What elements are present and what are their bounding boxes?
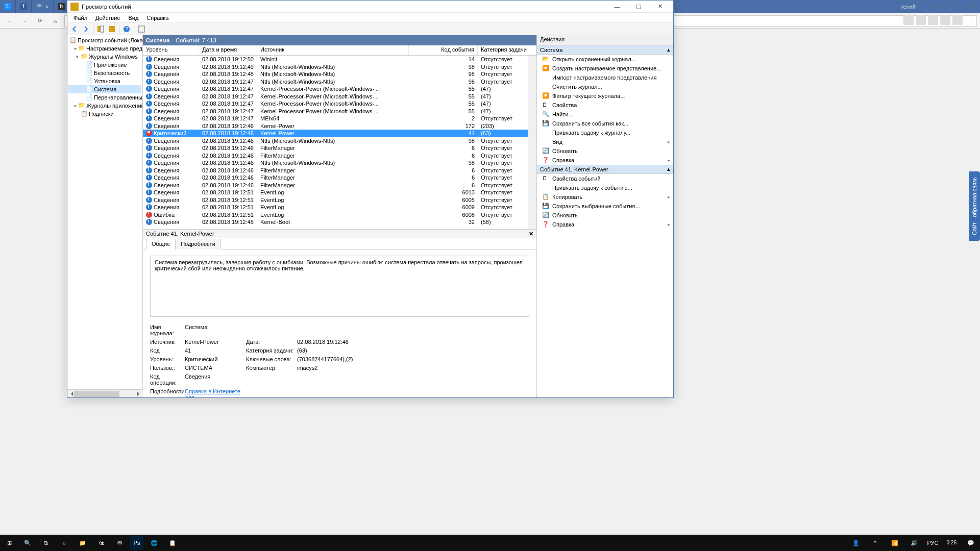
action-item[interactable]: 🗒Свойства — [537, 101, 673, 110]
action-item[interactable]: ❓Справка▸ — [537, 220, 673, 229]
close-button[interactable]: ✕ — [650, 1, 670, 12]
event-row[interactable]: Сведения02.08.2018 19:12:45Kernel-Boot32… — [143, 218, 536, 226]
tree-scrollbar-horizontal[interactable] — [67, 389, 143, 397]
start-button[interactable]: ⊞ — [0, 535, 18, 551]
taskbar-app-explorer[interactable]: 📁 — [74, 535, 92, 551]
taskbar-app-photoshop[interactable]: Ps — [130, 536, 143, 549]
menu-view[interactable]: Вид — [124, 15, 142, 21]
tree-log-application[interactable]: 📄Приложение — [68, 61, 141, 69]
tab-details[interactable]: Подробности — [175, 239, 221, 249]
column-event-id[interactable]: Код события — [409, 45, 478, 55]
action-item[interactable]: Вид▸ — [537, 137, 673, 146]
action-item[interactable]: 📋Копировать▸ — [537, 192, 673, 202]
action-item[interactable]: Привязать задачу к журналу... — [537, 128, 673, 137]
close-icon[interactable]: ✕ — [45, 4, 49, 10]
tree-custom-views[interactable]: ▸📁Настраиваемые предста — [68, 44, 141, 53]
maximize-button[interactable]: ▢ — [628, 1, 649, 12]
network-icon[interactable]: 📶 — [886, 535, 904, 551]
minimize-button[interactable]: — — [607, 1, 627, 12]
action-item[interactable]: 💾Сохранить все события как... — [537, 119, 673, 128]
export-list-button[interactable] — [107, 24, 117, 34]
tree-windows-logs[interactable]: ▾📁Журналы Windows — [68, 53, 141, 61]
volume-icon[interactable]: 🔊 — [905, 535, 923, 551]
people-icon[interactable]: 👤 — [847, 535, 865, 551]
extension-icon[interactable] — [940, 15, 950, 25]
browser-tab[interactable]: vk✕ — [32, 0, 54, 13]
event-row[interactable]: Сведения02.08.2018 19:12:46FilterManager… — [143, 167, 536, 174]
tray-up-icon[interactable]: ^ — [866, 535, 885, 551]
clock[interactable]: 0:26 — [943, 540, 961, 546]
event-row[interactable]: Сведения02.08.2018 19:12:51EventLog6013О… — [143, 189, 536, 196]
tree-log-system[interactable]: 📄Система — [68, 85, 141, 93]
event-row[interactable]: Сведения02.08.2018 19:12:47MEIx642Отсутс… — [143, 115, 536, 122]
tree-root[interactable]: 📋Просмотр событий (Локальн — [68, 36, 141, 44]
menu-action[interactable]: Действие — [91, 15, 124, 21]
event-row[interactable]: Сведения02.08.2018 19:12:46FilterManager… — [143, 174, 536, 182]
tree-app-logs[interactable]: ▸📁Журналы приложений и сл — [68, 102, 141, 110]
tree-log-setup[interactable]: 📄Установка — [68, 77, 141, 85]
event-row[interactable]: Сведения02.08.2018 19:12:46Ntfs (Microso… — [143, 159, 536, 167]
taskbar-app-edge[interactable]: e — [55, 535, 74, 551]
tree-log-forwarded[interactable]: 📄Перенаправленные соб — [68, 93, 141, 102]
task-view-button[interactable]: ⧉ — [37, 535, 55, 551]
browser-tab[interactable]: 1. — [0, 0, 16, 13]
action-item[interactable]: 📂Открыть сохраненный журнал... — [537, 55, 673, 64]
notifications-icon[interactable]: 💬 — [962, 535, 980, 551]
event-row[interactable]: Сведения02.08.2018 19:12:47Ntfs (Microso… — [143, 78, 536, 86]
taskbar-app-store[interactable]: 🛍 — [92, 535, 110, 551]
menu-help[interactable]: Справка — [142, 15, 173, 21]
action-item[interactable]: 🔍Найти... — [537, 110, 673, 119]
menu-file[interactable]: Файл — [69, 15, 91, 21]
action-item[interactable]: ❓Справка▸ — [537, 156, 673, 165]
action-item[interactable]: Импорт настраиваемого представления — [537, 73, 673, 82]
tree-log-security[interactable]: 📄Безопасность — [68, 69, 141, 77]
event-message[interactable]: Система перезагрузилась, завершив работу… — [150, 256, 529, 317]
extension-icon[interactable] — [916, 15, 926, 25]
window-titlebar[interactable]: Просмотр событий — ▢ ✕ — [67, 1, 673, 13]
detail-close-button[interactable]: ✕ — [529, 231, 533, 237]
maximize-button[interactable]: ▢ — [947, 0, 964, 13]
nav-forward-button[interactable] — [81, 24, 91, 34]
column-source[interactable]: Источник — [257, 45, 409, 55]
help-button[interactable]: ? — [121, 24, 132, 34]
event-row[interactable]: Сведения02.08.2018 19:12:46Kernel-Power1… — [143, 122, 536, 130]
nav-back-button[interactable] — [69, 24, 80, 34]
extension-icon[interactable] — [903, 15, 914, 25]
event-grid[interactable]: Сведения02.08.2018 19:12:50Wininit14Отсу… — [143, 56, 536, 229]
event-row[interactable]: Сведения02.08.2018 19:12:46FilterManager… — [143, 182, 536, 189]
action-item[interactable]: 🔽Создать настраиваемое представление... — [537, 64, 673, 73]
browser-tab[interactable]: f — [16, 0, 32, 13]
taskbar-app-chrome[interactable]: 🌐 — [145, 535, 163, 551]
action-item[interactable]: Очистить журнал... — [537, 82, 673, 91]
tree-subscriptions[interactable]: 📋Подписки — [68, 110, 141, 118]
actions-section-event[interactable]: Событие 41, Kernel-Power▴ — [537, 165, 673, 174]
grid-scrollbar-vertical[interactable] — [528, 56, 536, 229]
event-row[interactable]: Сведения02.08.2018 19:12:46FilterManager… — [143, 144, 536, 152]
language-indicator[interactable]: РУС — [924, 540, 942, 546]
tab-general[interactable]: Общие — [146, 239, 176, 249]
toolbar-button[interactable] — [136, 24, 146, 34]
back-button[interactable]: ← — [3, 15, 15, 27]
column-category[interactable]: Категория задачи — [478, 45, 536, 55]
column-date[interactable]: Дата и время — [199, 45, 257, 55]
help-link[interactable]: Справка в Интернете для — [185, 388, 246, 397]
action-item[interactable]: 🗒Свойства событий — [537, 174, 673, 183]
show-hide-tree-button[interactable] — [95, 24, 106, 34]
close-button[interactable]: ✕ — [964, 0, 980, 13]
event-row[interactable]: Сведения02.08.2018 19:12:48Ntfs (Microso… — [143, 70, 536, 78]
taskbar-app-mail[interactable]: ✉ — [110, 535, 129, 551]
minimize-button[interactable]: — — [931, 0, 947, 13]
action-item[interactable]: 🔽Фильтр текущего журнала... — [537, 91, 673, 101]
taskbar-app-eventviewer[interactable]: 📋 — [163, 535, 182, 551]
event-row[interactable]: Сведения02.08.2018 19:12:49Ntfs (Microso… — [143, 63, 536, 71]
event-row[interactable]: Сведения02.08.2018 19:12:46Ntfs (Microso… — [143, 137, 536, 145]
event-row[interactable]: Сведения02.08.2018 19:12:47Kernel-Proces… — [143, 85, 536, 93]
event-row[interactable]: Ошибка02.08.2018 19:12:51EventLog6008Отс… — [143, 211, 536, 219]
search-button[interactable]: 🔍 — [18, 535, 37, 551]
extension-icon[interactable] — [952, 15, 963, 25]
event-row[interactable]: Сведения02.08.2018 19:12:47Kernel-Proces… — [143, 93, 536, 101]
forward-button[interactable]: → — [18, 15, 31, 27]
event-row[interactable]: Сведения02.08.2018 19:12:47Kernel-Proces… — [143, 100, 536, 108]
feedback-tab[interactable]: Сайт - обратная связь — [969, 171, 980, 241]
home-button[interactable]: ⌂ — [49, 15, 61, 27]
